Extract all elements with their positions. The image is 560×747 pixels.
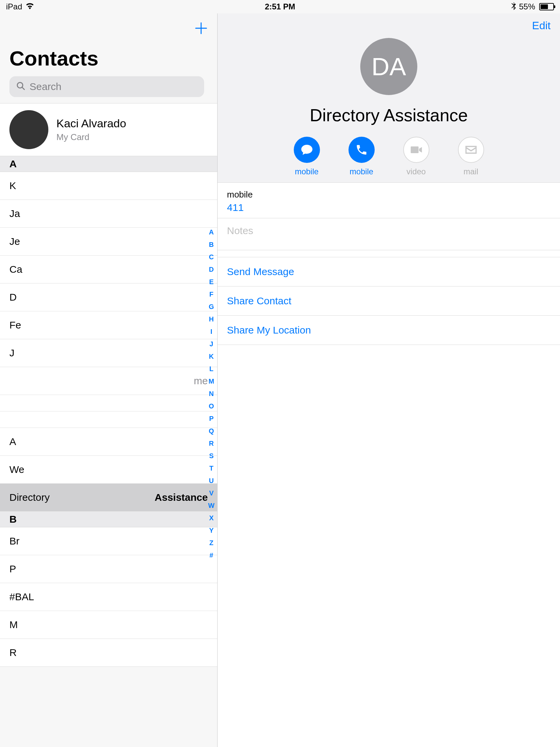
page-title: Contacts [9,46,208,70]
section-header: A [0,156,217,172]
index-letter[interactable]: T [208,465,215,472]
device-label: iPad [6,2,22,11]
index-letter[interactable]: A [208,228,215,236]
video-button: video [403,137,429,176]
contact-row[interactable]: K [0,172,217,200]
contact-row[interactable]: Directory Assistance [0,484,217,512]
contact-row[interactable]: D [0,283,217,311]
search-placeholder: Search [30,81,61,93]
message-icon [294,137,320,163]
index-letter[interactable]: B [208,241,215,249]
index-letter[interactable]: C [208,253,215,261]
action-link[interactable]: Share My Location [218,315,560,345]
search-input[interactable]: Search [9,76,204,97]
index-letter[interactable]: Z [208,539,215,547]
phone-icon [348,137,375,163]
section-header: B [0,512,217,527]
index-letter[interactable]: M [208,378,215,385]
index-letter[interactable]: R [208,440,215,447]
action-link[interactable]: Send Message [218,257,560,286]
contact-row[interactable]: J [0,339,217,367]
index-letter[interactable]: N [208,390,215,398]
contact-row[interactable]: A [0,428,217,456]
index-letter[interactable]: F [208,290,215,298]
video-icon [403,137,429,163]
call-button[interactable]: mobile [348,137,375,176]
message-button[interactable]: mobile [294,137,320,176]
contact-row[interactable]: Ca [0,256,217,283]
contact-row[interactable] [0,411,217,428]
index-letter[interactable]: L [208,365,215,373]
index-letter[interactable]: I [208,328,215,336]
field-label: mobile [227,189,551,200]
message-label: mobile [295,167,319,176]
contact-row[interactable] [0,395,217,411]
my-card[interactable]: Kaci Alvarado My Card [0,103,217,156]
status-right: 55% [371,1,554,12]
contact-row[interactable]: Je [0,228,217,256]
contact-row[interactable]: M [0,611,217,639]
status-left: iPad [6,2,189,11]
status-time: 2:51 PM [189,2,371,11]
contact-row[interactable]: P [0,555,217,583]
index-letter[interactable]: E [208,278,215,286]
battery-percent: 55% [519,2,535,11]
contact-name: Directory Assistance [218,105,560,125]
wifi-icon [26,2,34,11]
call-label: mobile [349,167,373,176]
contact-row[interactable]: We [0,456,217,484]
mail-icon [458,137,484,163]
add-contact-button[interactable] [194,20,208,37]
status-bar: iPad 2:51 PM 55% [0,0,560,14]
index-letter[interactable]: O [208,403,215,410]
edit-button[interactable]: Edit [532,20,551,32]
contact-field[interactable]: mobile411 [218,183,560,218]
contacts-sidebar: Contacts Search Kaci Alvarado My Card AK… [0,14,218,747]
contact-row[interactable]: Ja [0,200,217,228]
contact-row[interactable]: Fe [0,311,217,339]
mail-label: mail [463,167,478,176]
index-letter[interactable]: P [208,415,215,422]
contact-row[interactable]: R [0,639,217,667]
index-letter[interactable]: V [208,489,215,497]
action-link[interactable]: Share Contact [218,286,560,316]
my-card-sub: My Card [56,132,126,143]
index-letter[interactable]: U [208,477,215,485]
contact-detail: Edit DA Directory Assistance mobile mobi… [218,14,560,747]
alpha-index[interactable]: ABCDEFGHIJKLMNOPQRSTUVWXYZ# [208,228,215,559]
index-letter[interactable]: D [208,266,215,274]
mail-button: mail [458,137,484,176]
index-letter[interactable]: G [208,303,215,311]
my-card-name: Kaci Alvarado [56,117,126,130]
battery-icon [538,3,554,10]
index-letter[interactable]: H [208,315,215,323]
index-letter[interactable]: S [208,452,215,460]
index-letter[interactable]: Q [208,427,215,435]
contact-avatar: DA [360,38,417,95]
video-label: video [406,167,426,176]
index-letter[interactable]: K [208,353,215,360]
contacts-list[interactable]: AKJaJeCaDFeJmeAWeDirectory AssistanceBBr… [0,156,217,747]
search-icon [16,81,26,92]
index-letter[interactable]: X [208,514,215,522]
notes-field[interactable]: Notes [218,218,560,250]
field-value[interactable]: 411 [227,202,551,213]
bluetooth-icon [511,1,516,12]
contact-row[interactable]: me [0,367,217,395]
contact-row[interactable]: Br [0,527,217,555]
index-letter[interactable]: Y [208,527,215,534]
index-letter[interactable]: W [208,502,215,510]
contact-row[interactable]: #BAL [0,583,217,611]
avatar [9,110,48,149]
index-letter[interactable]: J [208,340,215,348]
index-letter[interactable]: # [208,551,215,559]
